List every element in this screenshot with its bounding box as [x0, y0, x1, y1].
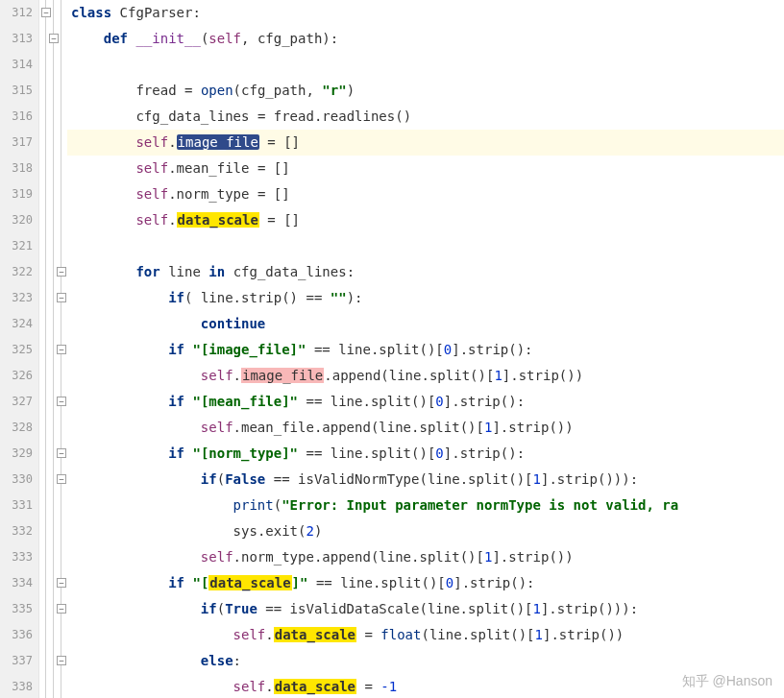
token-op: ()[: [470, 368, 494, 383]
fold-toggle-icon[interactable]: [49, 34, 59, 43]
code-line[interactable]: if "[mean_file]" == line.split()[0].stri…: [67, 389, 784, 415]
fold-toggle-icon[interactable]: [57, 604, 66, 614]
token-op: .: [324, 368, 331, 383]
token-op: ].: [444, 394, 460, 409]
token-id: strip: [557, 471, 598, 487]
code-line[interactable]: if "[image_file]" == line.split()[0].str…: [67, 337, 784, 363]
token-str: "Error: Input parameter normType is not …: [282, 497, 678, 513]
token-str: ]": [292, 575, 308, 590]
token-id: cfg_path: [257, 31, 322, 46]
token-num: 1: [533, 601, 541, 616]
token-op: =: [177, 83, 201, 98]
token-op: = []: [249, 160, 289, 176]
token-id: strip: [460, 394, 501, 409]
code-line[interactable]: self.mean_file.append(line.split()[1].st…: [67, 415, 784, 441]
token-num: 0: [435, 394, 443, 409]
token-op: ()[: [460, 549, 484, 565]
code-line[interactable]: def __init__(self, cfg_path):: [67, 26, 784, 52]
fold-toggle-icon[interactable]: [57, 578, 66, 588]
code-line[interactable]: self.norm_type = []: [67, 181, 784, 207]
token-op: ==: [265, 471, 298, 487]
token-kw: if: [201, 471, 217, 487]
code-line[interactable]: if(True == isValidDataScale(line.split()…: [67, 596, 784, 622]
token-self: self: [201, 420, 233, 435]
token-op: .: [265, 627, 273, 642]
token-op: ():: [501, 445, 525, 461]
token-id: append: [322, 549, 371, 565]
fold-column: [38, 0, 67, 698]
fold-toggle-icon[interactable]: [57, 267, 66, 277]
line-number: 332: [0, 518, 33, 544]
token-kw: def: [104, 31, 128, 46]
code-area[interactable]: class CfgParser: def __init__(self, cfg_…: [67, 0, 784, 698]
token-op: ].: [543, 627, 559, 642]
code-editor[interactable]: 3123133143153163173183193203213223233243…: [0, 0, 784, 698]
code-line[interactable]: print("Error: Input parameter normType i…: [67, 493, 784, 518]
code-line[interactable]: self.data_scale = float(line.split()[1].…: [67, 622, 784, 648]
token-op: ():: [508, 342, 532, 357]
fold-toggle-icon[interactable]: [41, 8, 51, 17]
token-op: .: [233, 368, 241, 383]
token-op: ==: [307, 575, 340, 590]
code-line[interactable]: fread = open(cfg_path, "r"): [67, 78, 784, 104]
code-line[interactable]: self.data_scale = []: [67, 207, 784, 233]
code-line[interactable]: sys.exit(2): [67, 518, 784, 544]
token-kw: class: [71, 5, 111, 20]
token-id: fread: [135, 83, 176, 98]
line-number-gutter: 3123133143153163173183193203213223233243…: [0, 0, 38, 698]
token-num: 2: [306, 523, 313, 539]
code-line[interactable]: [67, 233, 784, 259]
code-line[interactable]: self.image_file = []: [67, 130, 784, 156]
code-line[interactable]: self.norm_type.append(line.split()[1].st…: [67, 544, 784, 570]
line-number: 315: [0, 78, 33, 104]
token-op: (: [419, 471, 427, 487]
token-id: line: [379, 549, 411, 565]
fold-toggle-icon[interactable]: [57, 474, 66, 484]
token-id: split: [379, 342, 419, 357]
token-op: ].: [541, 601, 557, 616]
token-id: line: [428, 471, 460, 487]
code-line[interactable]: if "[data_scale]" == line.split()[0].str…: [67, 570, 784, 596]
fold-toggle-icon[interactable]: [57, 448, 66, 458]
token-id: fread: [274, 108, 314, 124]
line-number: 320: [0, 207, 33, 233]
fold-toggle-icon[interactable]: [57, 293, 66, 302]
token-id: strip: [241, 290, 282, 305]
token-op: ()): [549, 549, 573, 565]
code-line[interactable]: cfg_data_lines = fread.readlines(): [67, 104, 784, 130]
line-number: 338: [0, 674, 33, 698]
token-kw: in: [208, 264, 225, 279]
line-number: 330: [0, 467, 33, 493]
token-op: ):: [322, 31, 338, 46]
token-id: line: [331, 445, 363, 461]
token-str: "": [331, 290, 347, 305]
code-line[interactable]: else:: [67, 648, 784, 674]
token-hl-yellow: data_scale: [208, 575, 291, 590]
code-line[interactable]: self.image_file.append(line.split()[1].s…: [67, 363, 784, 389]
token-kw: if: [168, 575, 184, 590]
line-number: 313: [0, 26, 33, 52]
fold-toggle-icon[interactable]: [57, 345, 66, 354]
code-line[interactable]: [67, 52, 784, 78]
token-id: strip: [460, 445, 501, 461]
fold-toggle-icon[interactable]: [57, 397, 66, 406]
line-number: 333: [0, 544, 33, 570]
token-id: line: [331, 394, 363, 409]
token-id: cfg_path: [241, 83, 306, 98]
token-kw: else: [201, 653, 233, 668]
code-line[interactable]: continue: [67, 311, 784, 337]
token-str: "[image_file]": [192, 342, 306, 357]
token-op: =: [249, 108, 273, 124]
fold-toggle-icon[interactable]: [57, 656, 66, 665]
token-id: strip: [508, 420, 549, 435]
code-line[interactable]: if(False == isValidNormType(line.split()…: [67, 467, 784, 493]
code-line[interactable]: self.mean_file = []: [67, 156, 784, 181]
code-line[interactable]: class CfgParser:: [67, 0, 784, 26]
code-line[interactable]: for line in cfg_data_lines:: [67, 259, 784, 285]
code-line[interactable]: self.data_scale = -1: [67, 674, 784, 698]
token-id: strip: [557, 601, 598, 616]
code-line[interactable]: if "[norm_type]" == line.split()[0].stri…: [67, 441, 784, 467]
token-kw: if: [168, 394, 184, 409]
token-op: ].: [452, 342, 468, 357]
code-line[interactable]: if( line.strip() == ""):: [67, 285, 784, 311]
